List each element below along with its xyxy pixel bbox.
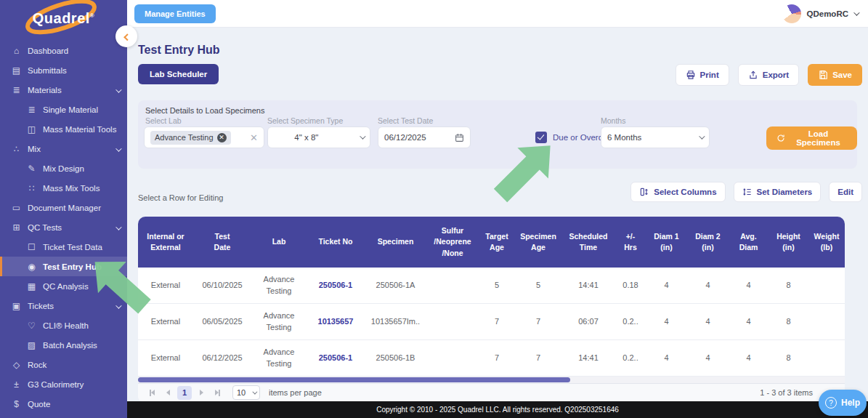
header-cell[interactable]: Target Age bbox=[479, 231, 515, 253]
filter-panel: Select Details to Load Specimens Select … bbox=[138, 100, 857, 169]
select-columns-button[interactable]: Select Columns bbox=[630, 182, 725, 202]
collapse-sidebar-button[interactable] bbox=[115, 25, 137, 47]
sidebar-item-cli-health[interactable]: ♡CLI® Health bbox=[0, 315, 127, 335]
set-diameters-button[interactable]: Set Diameters bbox=[734, 182, 822, 202]
grid-cell: 4 bbox=[687, 353, 729, 363]
specimen-type-select[interactable]: 4" x 8" bbox=[267, 126, 370, 148]
quadrel-logo: Quadrel® bbox=[0, 0, 127, 36]
header-cell[interactable]: Weight (lb) bbox=[808, 231, 845, 253]
page-title: Test Entry Hub bbox=[138, 44, 220, 57]
pager-next-button[interactable] bbox=[195, 386, 208, 399]
grid-cell: 4 bbox=[646, 316, 687, 327]
ticket-link[interactable]: 250506-1 bbox=[307, 353, 365, 363]
sidebar-item-single-material[interactable]: ≣Single Material bbox=[0, 100, 127, 119]
header-cell[interactable]: Avg. Diam bbox=[729, 231, 768, 253]
sidebar-item-mass-material-tools[interactable]: ◫Mass Material Tools bbox=[0, 119, 127, 139]
sidebar-item-dashboard[interactable]: ⌂Dashboard bbox=[0, 41, 127, 60]
sidebar-item-qc-analysis[interactable]: ▦QC Analysis bbox=[0, 276, 127, 296]
batch-icon: ▨ bbox=[26, 340, 37, 350]
ticket-link[interactable]: 10135657 bbox=[307, 316, 365, 327]
clear-icon[interactable]: ✕ bbox=[250, 132, 258, 143]
main-content: Test Entry Hub Lab Scheduler Print Expor… bbox=[127, 28, 868, 418]
header-cell[interactable]: Diam 2 (in) bbox=[687, 231, 729, 253]
sidebar-item-label: Mix Design bbox=[43, 164, 84, 173]
sidebar-item-rock[interactable]: ◇Rock bbox=[0, 355, 127, 374]
grid-cell: 7 bbox=[479, 353, 515, 363]
sidebar-item-g3-calorimetry[interactable]: ±G3 Calorimetry bbox=[0, 374, 127, 394]
sidebar-item-submittals[interactable]: ▤Submittals bbox=[0, 60, 127, 80]
specimen-type-label: Select Specimen Type bbox=[267, 116, 343, 125]
grid-cell: 06/05/2025 bbox=[193, 316, 251, 327]
load-specimens-button[interactable]: Load Specimens bbox=[766, 126, 857, 150]
sidebar-item-mix[interactable]: ∴Mix bbox=[0, 139, 127, 158]
lab-scheduler-button[interactable]: Lab Scheduler bbox=[138, 64, 219, 84]
header-cell[interactable]: Specimen Age bbox=[515, 231, 561, 253]
help-button[interactable]: ? Help bbox=[819, 390, 867, 416]
grid-row[interactable]: External06/12/2025Advance Testing250506-… bbox=[138, 340, 845, 377]
header-cell[interactable]: +/- Hrs bbox=[615, 231, 646, 253]
home-icon: ⌂ bbox=[11, 46, 22, 56]
header-cell[interactable]: Height (in) bbox=[768, 231, 808, 253]
tickets-icon: ▣ bbox=[11, 301, 22, 311]
pager-prev-button[interactable] bbox=[161, 386, 174, 399]
design-icon: ✎ bbox=[26, 164, 37, 174]
grid-cell: 4 bbox=[646, 353, 687, 363]
pager-first-button[interactable] bbox=[145, 386, 158, 399]
due-overdue-checkbox[interactable] bbox=[535, 132, 547, 143]
manage-entities-button[interactable]: Manage Entities bbox=[134, 4, 216, 23]
export-button[interactable]: Export bbox=[738, 64, 799, 86]
tag-remove-icon[interactable]: ✕ bbox=[217, 133, 227, 142]
grid-cell: 14:41 bbox=[561, 280, 615, 291]
horizontal-scrollbar[interactable] bbox=[138, 377, 845, 383]
sidebar-item-ticket-test-data[interactable]: ☐Ticket Test Data bbox=[0, 237, 127, 257]
pager-last-button[interactable] bbox=[211, 386, 224, 399]
edit-button[interactable]: Edit bbox=[829, 182, 862, 202]
grid-cell: 250506-1A bbox=[365, 280, 426, 291]
avatar bbox=[782, 4, 801, 23]
grid-cell: 4 bbox=[687, 316, 729, 327]
header-cell[interactable]: Test Date bbox=[193, 231, 251, 253]
header-cell[interactable]: Internal or External bbox=[138, 231, 193, 253]
pager-current-page[interactable]: 1 bbox=[177, 386, 192, 400]
grid-row[interactable]: External06/05/2025Advance Testing1013565… bbox=[138, 304, 845, 340]
chevron-down-icon bbox=[699, 133, 705, 139]
sidebar-item-mix-design[interactable]: ✎Mix Design bbox=[0, 158, 127, 178]
page-size-select[interactable]: 10 bbox=[232, 385, 260, 400]
sidebar-item-mass-mix-tools[interactable]: ∷Mass Mix Tools bbox=[0, 178, 127, 198]
grid-cell: 4 bbox=[729, 280, 768, 291]
sidebar-item-test-entry-hub[interactable]: ◉Test Entry Hub bbox=[0, 257, 127, 276]
grid-cell: Advance Testing bbox=[251, 310, 307, 333]
grid-row[interactable]: External06/10/2025Advance Testing250506-… bbox=[138, 268, 845, 304]
test-date-input[interactable]: 06/12/2025 bbox=[378, 126, 471, 148]
sidebar-item-batch-analysis[interactable]: ▨Batch Analysis bbox=[0, 335, 127, 355]
months-select[interactable]: 6 Months bbox=[601, 126, 710, 148]
print-button[interactable]: Print bbox=[676, 64, 729, 86]
sidebar-item-document-manager[interactable]: ▭Document Manager bbox=[0, 198, 127, 217]
header-cell[interactable]: Lab bbox=[251, 236, 307, 247]
lab-multiselect[interactable]: Advance Testing ✕ ✕ bbox=[144, 126, 264, 148]
user-menu[interactable]: QDemoRC bbox=[782, 4, 858, 23]
grid-cell: 250506-1B bbox=[365, 353, 426, 363]
sidebar-item-label: QC Analysis bbox=[43, 282, 89, 291]
sidebar-item-materials[interactable]: ≣Materials bbox=[0, 80, 127, 100]
scrollbar-thumb[interactable] bbox=[138, 377, 570, 382]
sidebar-item-qc-tests[interactable]: ⊞QC Tests bbox=[0, 217, 127, 237]
sidebar-item-label: Submittals bbox=[28, 66, 67, 75]
header-cell[interactable]: Specimen bbox=[365, 236, 426, 247]
ticket-link[interactable]: 250506-1 bbox=[307, 280, 365, 291]
chevron-left-icon bbox=[123, 33, 131, 41]
save-button[interactable]: Save bbox=[808, 64, 862, 86]
rock-icon: ◇ bbox=[11, 360, 22, 370]
header-cell[interactable]: Scheduled Time bbox=[561, 231, 615, 253]
sidebar-item-quote[interactable]: $Quote bbox=[0, 394, 127, 414]
calorimetry-icon: ± bbox=[11, 379, 22, 390]
molecule-icon: ∴ bbox=[11, 144, 22, 154]
header-cell[interactable]: Ticket No bbox=[307, 236, 365, 247]
grid-cell: 7 bbox=[479, 316, 515, 327]
test-date-label: Select Test Date bbox=[378, 116, 433, 125]
grid-cell: Advance Testing bbox=[251, 274, 307, 297]
header-cell[interactable]: Diam 1 (in) bbox=[646, 231, 687, 253]
document-icon: ▤ bbox=[11, 65, 22, 76]
header-cell[interactable]: Sulfur /Neoprene /None bbox=[426, 225, 479, 259]
sidebar-item-tickets[interactable]: ▣Tickets bbox=[0, 296, 127, 315]
